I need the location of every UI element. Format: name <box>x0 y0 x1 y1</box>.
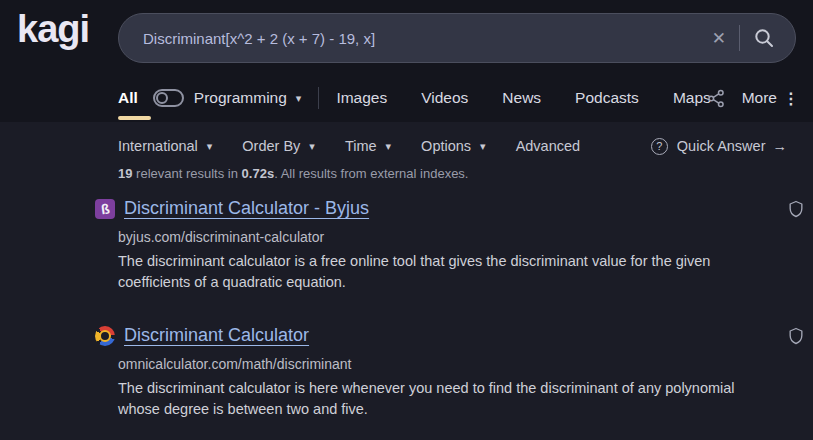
search-icon[interactable] <box>753 27 775 49</box>
byjus-favicon: ß <box>95 199 115 219</box>
result-actions: ⋮ <box>786 326 813 346</box>
quick-answer-label: Quick Answer <box>677 138 766 154</box>
tab-images[interactable]: Images <box>336 89 387 107</box>
filter-international[interactable]: International ▾ <box>118 138 212 154</box>
tab-podcasts[interactable]: Podcasts <box>575 89 639 107</box>
filter-international-label: International <box>118 138 198 154</box>
byjus-favicon-glyph: ß <box>100 200 111 217</box>
result-description: The discriminant calculator is here when… <box>118 378 776 420</box>
tab-bar-right: More ⋮ <box>707 82 799 114</box>
result-title-link[interactable]: Discriminant Calculator <box>124 325 309 346</box>
tab-divider <box>318 87 319 109</box>
kagi-logo[interactable]: kagi <box>17 8 89 51</box>
help-icon: ? <box>651 138 668 155</box>
tab-news[interactable]: News <box>502 89 541 107</box>
search-result: Discriminant Calculator ⋮ omnicalculator… <box>95 325 795 420</box>
tab-videos[interactable]: Videos <box>421 89 468 107</box>
search-actions: ✕ <box>712 25 795 51</box>
search-bar[interactable]: Discriminant[x^2 + 2 (x + 7) - 19, x] ✕ <box>118 13 796 63</box>
result-header: ß Discriminant Calculator - Byjus <box>95 198 795 219</box>
tab-more[interactable]: More <box>742 89 777 107</box>
result-actions: ⋮ <box>786 199 813 219</box>
results-info: 19 relevant results in 0.72s. All result… <box>118 166 468 181</box>
result-description: The discriminant calculator is a free on… <box>118 251 776 293</box>
results-info-text: relevant results in <box>132 166 241 181</box>
filter-advanced[interactable]: Advanced <box>516 138 581 154</box>
toggle-knob <box>156 92 168 104</box>
filter-time[interactable]: Time ▾ <box>345 138 391 154</box>
results-info-suffix: . All results from external indexes. <box>274 166 468 181</box>
tab-all[interactable]: All <box>118 89 138 107</box>
tab-bar: All Programming ▾ Images Videos News Pod… <box>118 82 711 114</box>
filter-order-by-label: Order By <box>242 138 300 154</box>
result-header: Discriminant Calculator <box>95 325 795 346</box>
filter-advanced-label: Advanced <box>516 138 581 154</box>
chevron-down-icon: ▾ <box>386 140 392 153</box>
omnicalculator-favicon <box>95 326 115 346</box>
active-tab-underline <box>118 116 151 120</box>
tab-maps[interactable]: Maps <box>673 89 711 107</box>
header: kagi Discriminant[x^2 + 2 (x + 7) - 19, … <box>0 0 813 122</box>
result-url[interactable]: omnicalculator.com/math/discriminant <box>118 356 795 372</box>
programming-lens-toggle[interactable] <box>153 89 184 107</box>
tab-programming[interactable]: Programming <box>194 89 287 107</box>
shield-icon[interactable] <box>786 326 806 346</box>
results-time: 0.72s <box>242 166 275 181</box>
filter-options[interactable]: Options ▾ <box>421 138 486 154</box>
chevron-down-icon: ▾ <box>309 140 315 153</box>
filter-options-label: Options <box>421 138 471 154</box>
shield-icon[interactable] <box>786 199 806 219</box>
results-count: 19 <box>118 166 132 181</box>
result-url[interactable]: byjus.com/discriminant-calculator <box>118 229 795 245</box>
arrow-right-icon: → <box>773 138 788 154</box>
filter-bar: International ▾ Order By ▾ Time ▾ Option… <box>118 133 610 159</box>
result-title-link[interactable]: Discriminant Calculator - Byjus <box>124 198 369 219</box>
filter-order-by[interactable]: Order By ▾ <box>242 138 315 154</box>
search-result: ß Discriminant Calculator - Byjus ⋮ byju… <box>95 198 795 293</box>
quick-answer-button[interactable]: ? Quick Answer → <box>651 133 787 159</box>
chevron-down-icon: ▾ <box>480 140 486 153</box>
clear-search-icon[interactable]: ✕ <box>712 30 726 47</box>
search-divider <box>739 25 740 51</box>
chevron-down-icon[interactable]: ▾ <box>296 92 302 105</box>
filter-time-label: Time <box>345 138 377 154</box>
more-menu-icon[interactable]: ⋮ <box>783 89 799 108</box>
search-input[interactable]: Discriminant[x^2 + 2 (x + 7) - 19, x] <box>119 30 712 47</box>
share-icon[interactable] <box>707 89 726 108</box>
chevron-down-icon: ▾ <box>207 140 213 153</box>
